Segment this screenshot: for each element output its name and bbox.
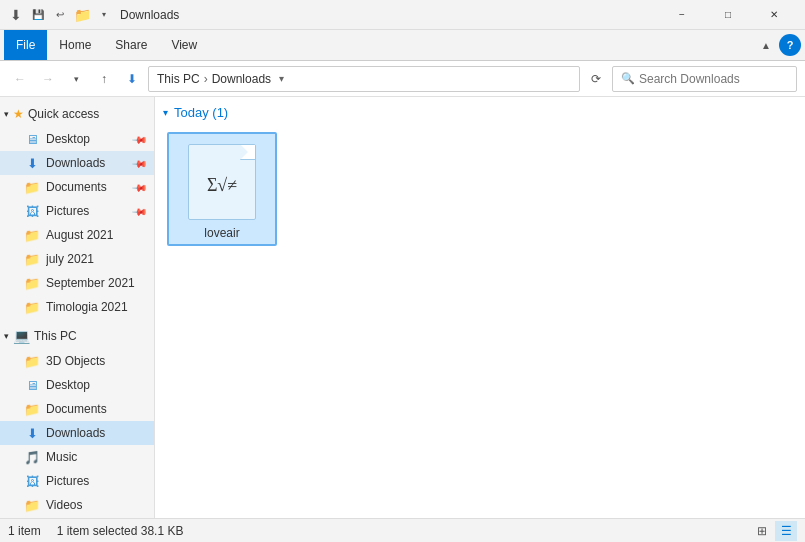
pictures-pc-icon: 🖼 bbox=[24, 473, 40, 489]
back-button[interactable]: ← bbox=[8, 67, 32, 91]
maximize-button[interactable]: □ bbox=[705, 0, 751, 30]
sidebar-item-desktop-pinned[interactable]: 🖥 Desktop 📌 bbox=[0, 127, 154, 151]
help-button[interactable]: ? bbox=[779, 34, 801, 56]
sidebar-item-timologia[interactable]: 📁 Timologia 2021 bbox=[0, 295, 154, 319]
address-sep: › bbox=[204, 72, 208, 86]
sidebar-item-downloads-pc[interactable]: ⬇ Downloads bbox=[0, 421, 154, 445]
ribbon: File Home Share View ▲ ? bbox=[0, 30, 805, 61]
up-button[interactable]: ↑ bbox=[92, 67, 116, 91]
downloads-icon: ⬇ bbox=[24, 155, 40, 171]
this-pc-header[interactable]: ▾ 💻 This PC bbox=[0, 323, 154, 349]
sidebar: ▾ ★ Quick access 🖥 Desktop 📌 ⬇ Downloads… bbox=[0, 97, 155, 518]
pictures-icon: 🖼 bbox=[24, 203, 40, 219]
address-this-pc: This PC bbox=[157, 72, 200, 86]
august-label: August 2021 bbox=[46, 228, 113, 242]
forward-button[interactable]: → bbox=[36, 67, 60, 91]
music-label: Music bbox=[46, 450, 77, 464]
desktop-label: Desktop bbox=[46, 132, 90, 146]
address-dropdown[interactable]: ▾ bbox=[279, 73, 284, 84]
group-header: ▾ Today (1) bbox=[163, 105, 797, 120]
desktop-pc-icon: 🖥 bbox=[24, 377, 40, 393]
status-left: 1 item 1 item selected 38.1 KB bbox=[8, 524, 751, 538]
group-chevron[interactable]: ▾ bbox=[163, 107, 168, 118]
august-folder-icon: 📁 bbox=[24, 227, 40, 243]
sidebar-item-documents-pinned[interactable]: 📁 Documents 📌 bbox=[0, 175, 154, 199]
quick-access-star-icon: ★ bbox=[13, 107, 24, 121]
sidebar-item-september[interactable]: 📁 September 2021 bbox=[0, 271, 154, 295]
dropdown-arrow[interactable]: ▾ bbox=[96, 7, 112, 23]
3d-objects-label: 3D Objects bbox=[46, 354, 105, 368]
close-button[interactable]: ✕ bbox=[751, 0, 797, 30]
minimize-button[interactable]: − bbox=[659, 0, 705, 30]
main-content: ▾ ★ Quick access 🖥 Desktop 📌 ⬇ Downloads… bbox=[0, 97, 805, 518]
file-icon-wrapper: Σ√≠ bbox=[186, 142, 258, 222]
window-controls: − □ ✕ bbox=[659, 0, 797, 30]
videos-label: Videos bbox=[46, 498, 82, 512]
folder-icon: 📁 bbox=[74, 7, 90, 23]
save-icon: 💾 bbox=[30, 7, 46, 23]
pictures-pc-label: Pictures bbox=[46, 474, 89, 488]
downloads-label: Downloads bbox=[46, 156, 105, 170]
title-bar: ⬇ 💾 ↩ 📁 ▾ Downloads − □ ✕ bbox=[0, 0, 805, 30]
tab-share[interactable]: Share bbox=[103, 30, 159, 60]
september-label: September 2021 bbox=[46, 276, 135, 290]
ribbon-tabs: File Home Share View ▲ ? bbox=[0, 30, 805, 60]
timologia-folder-icon: 📁 bbox=[24, 299, 40, 315]
ribbon-collapse-chevron[interactable]: ▲ bbox=[753, 40, 779, 51]
pc-icon: 💻 bbox=[13, 328, 30, 344]
pin-icon-3: 📌 bbox=[132, 179, 148, 195]
timologia-label: Timologia 2021 bbox=[46, 300, 128, 314]
tab-file[interactable]: File bbox=[4, 30, 47, 60]
sidebar-item-pictures-pc[interactable]: 🖼 Pictures bbox=[0, 469, 154, 493]
sidebar-item-videos[interactable]: 📁 Videos bbox=[0, 493, 154, 517]
sidebar-item-desktop-pc[interactable]: 🖥 Desktop bbox=[0, 373, 154, 397]
sidebar-item-music[interactable]: 🎵 Music bbox=[0, 445, 154, 469]
july-label: july 2021 bbox=[46, 252, 94, 266]
address-downloads: Downloads bbox=[212, 72, 271, 86]
address-bar[interactable]: This PC › Downloads ▾ bbox=[148, 66, 580, 92]
documents-pc-icon: 📁 bbox=[24, 401, 40, 417]
title-bar-icons: ⬇ 💾 ↩ 📁 ▾ bbox=[8, 7, 112, 23]
file-grid: Σ√≠ loveair bbox=[163, 128, 797, 250]
sidebar-item-3d-objects[interactable]: 📁 3D Objects bbox=[0, 349, 154, 373]
downloads-pc-icon: ⬇ bbox=[24, 425, 40, 441]
documents-label: Documents bbox=[46, 180, 107, 194]
sidebar-item-downloads-pinned[interactable]: ⬇ Downloads 📌 bbox=[0, 151, 154, 175]
status-right: ⊞ ☰ bbox=[751, 521, 797, 541]
file-item-loveair[interactable]: Σ√≠ loveair bbox=[167, 132, 277, 246]
july-folder-icon: 📁 bbox=[24, 251, 40, 267]
downloads-pc-label: Downloads bbox=[46, 426, 105, 440]
view-detail-button[interactable]: ☰ bbox=[775, 521, 797, 541]
this-pc-label: This PC bbox=[34, 329, 77, 343]
videos-icon: 📁 bbox=[24, 497, 40, 513]
quick-access-header[interactable]: ▾ ★ Quick access bbox=[0, 101, 154, 127]
quick-access-chevron: ▾ bbox=[4, 109, 9, 119]
tab-home[interactable]: Home bbox=[47, 30, 103, 60]
file-content: ▾ Today (1) Σ√≠ loveair bbox=[155, 97, 805, 518]
desktop-pc-label: Desktop bbox=[46, 378, 90, 392]
pin-icon-4: 📌 bbox=[132, 203, 148, 219]
refresh-button[interactable]: ⟳ bbox=[584, 67, 608, 91]
pin-icon-2: 📌 bbox=[132, 155, 148, 171]
tab-view[interactable]: View bbox=[159, 30, 209, 60]
sidebar-item-pictures-pinned[interactable]: 🖼 Pictures 📌 bbox=[0, 199, 154, 223]
location-icon: ⬇ bbox=[120, 67, 144, 91]
nav-bar: ← → ▾ ↑ ⬇ This PC › Downloads ▾ ⟳ 🔍 bbox=[0, 61, 805, 97]
sidebar-item-august[interactable]: 📁 August 2021 bbox=[0, 223, 154, 247]
selected-info: 1 item selected 38.1 KB bbox=[57, 524, 184, 538]
documents-icon: 📁 bbox=[24, 179, 40, 195]
group-label: Today (1) bbox=[174, 105, 228, 120]
search-input[interactable] bbox=[639, 72, 788, 86]
view-large-icon-button[interactable]: ⊞ bbox=[751, 521, 773, 541]
recent-button[interactable]: ▾ bbox=[64, 67, 88, 91]
file-name: loveair bbox=[204, 226, 239, 240]
desktop-icon: 🖥 bbox=[24, 131, 40, 147]
pictures-label: Pictures bbox=[46, 204, 89, 218]
status-bar: 1 item 1 item selected 38.1 KB ⊞ ☰ bbox=[0, 518, 805, 542]
sidebar-item-documents-pc[interactable]: 📁 Documents bbox=[0, 397, 154, 421]
quick-access-label: Quick access bbox=[28, 107, 99, 121]
sidebar-item-july[interactable]: 📁 july 2021 bbox=[0, 247, 154, 271]
search-box[interactable]: 🔍 bbox=[612, 66, 797, 92]
this-pc-chevron: ▾ bbox=[4, 331, 9, 341]
search-icon: 🔍 bbox=[621, 72, 635, 85]
